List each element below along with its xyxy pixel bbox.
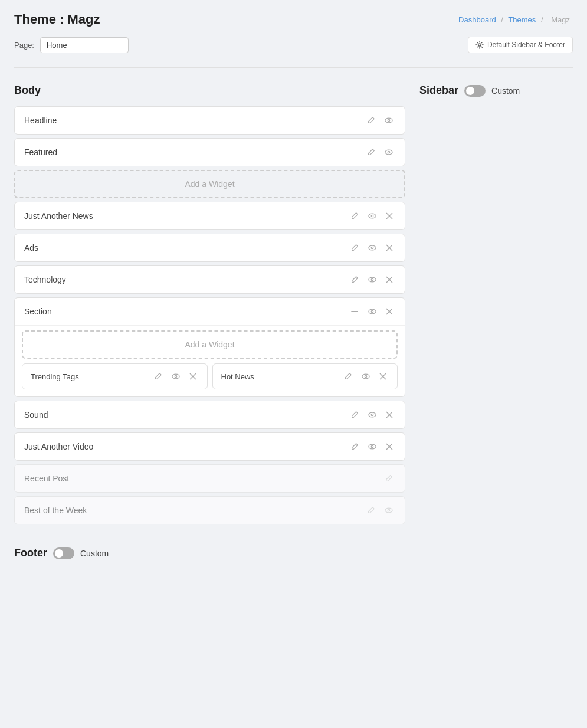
breadcrumb-dashboard[interactable]: Dashboard [458,15,496,24]
widget-jan-eye-button[interactable] [366,211,379,221]
page-select[interactable]: Home About Contact [40,37,129,53]
sub-widget-trending-close-button[interactable] [187,372,199,381]
widget-featured-edit-button[interactable] [365,147,378,158]
widget-sound-edit-button[interactable] [348,409,361,420]
widget-ads-actions [348,242,395,253]
sub-widget-hot-news-edit-button[interactable] [342,371,355,382]
sub-widget-trending-eye-button[interactable] [169,371,182,382]
sidebar-section-heading: Sidebar Custom [419,84,573,97]
widget-just-another-news: Just Another News [14,202,405,230]
widget-section: Section [14,297,405,397]
widget-section-close-button[interactable] [383,307,395,316]
svg-point-31 [371,414,373,416]
widget-jan-name: Just Another News [24,211,93,221]
widget-best-of-week-actions [365,505,395,516]
widget-jav-name: Just Another Video [24,442,93,451]
widget-section-header: Section [15,298,405,325]
widget-technology-edit-button[interactable] [348,274,361,285]
widget-recent-post-edit-button[interactable] [382,473,395,484]
sub-widget-hot-news-eye-button[interactable] [359,371,372,382]
sub-widget-trending-tags: Trending Tags [22,363,208,389]
sidebar-toggle[interactable] [464,85,486,97]
widget-recent-post-actions [382,473,395,484]
sub-widget-trending-edit-button[interactable] [152,371,165,382]
divider [14,67,573,68]
footer-toggle[interactable] [53,547,74,559]
sidebar-section: Sidebar Custom [419,84,573,528]
svg-point-3 [385,150,392,155]
sub-widget-trending-tags-name: Trending Tags [31,372,79,381]
eye-icon-featured [385,148,393,156]
widget-jav-eye-button[interactable] [366,441,379,452]
widget-best-of-week-name: Best of the Week [24,506,87,515]
svg-point-26 [362,374,369,379]
gear-icon [475,41,484,49]
svg-point-39 [388,509,390,511]
widget-ads-close-button[interactable] [383,243,395,252]
widget-technology-actions [348,274,395,285]
widget-ads: Ads [14,234,405,262]
svg-point-5 [369,214,376,218]
widget-technology-name: Technology [24,275,66,284]
widget-section-minus-button[interactable] [348,306,361,317]
widget-technology-close-button[interactable] [383,275,395,284]
sidebar-heading-label: Sidebar [419,84,458,97]
add-widget-box-top[interactable]: Add a Widget [14,170,405,198]
widget-headline-eye-button[interactable] [382,115,395,126]
widget-ads-edit-button[interactable] [348,242,361,253]
x-icon-jan [386,212,393,219]
sub-widget-hot-news-close-button[interactable] [377,372,389,381]
svg-point-35 [371,445,373,448]
body-section-heading: Body [14,84,405,97]
widget-jan-close-button[interactable] [383,211,395,221]
widget-featured-eye-button[interactable] [382,147,395,158]
svg-point-34 [369,444,376,449]
svg-point-38 [385,508,392,513]
sub-widget-trending-tags-actions [152,371,199,382]
svg-point-13 [369,277,376,282]
widget-headline-name: Headline [24,116,57,125]
widget-jav-close-button[interactable] [383,442,395,451]
minus-icon [350,307,359,316]
svg-point-0 [478,44,481,46]
widget-section-eye-button[interactable] [366,306,379,317]
svg-point-14 [371,278,373,281]
sub-widgets-row: Trending Tags [22,363,398,389]
widget-section-name: Section [24,307,52,316]
widget-best-of-week-eye-button[interactable] [382,505,395,516]
default-sidebar-footer-button[interactable]: Default Sidebar & Footer [468,37,573,53]
main-layout: Body Headline [14,84,573,528]
widget-jav-actions [348,441,395,452]
widget-ads-eye-button[interactable] [366,242,379,253]
widget-sound-eye-button[interactable] [366,409,379,420]
widget-jav-edit-button[interactable] [348,441,361,452]
svg-point-30 [369,412,376,417]
widget-recent-post-name: Recent Post [24,474,69,483]
widget-best-of-week-edit-button[interactable] [365,505,378,516]
widget-recent-post: Recent Post [14,464,405,493]
footer-heading: Footer Custom [14,547,573,559]
widget-technology-eye-button[interactable] [366,274,379,285]
widget-best-of-week: Best of the Week [14,496,405,524]
breadcrumb: Dashboard / Themes / Magz [458,15,573,24]
widget-headline-actions [365,115,395,126]
breadcrumb-themes[interactable]: Themes [508,15,536,24]
svg-point-23 [175,375,177,378]
footer-heading-label: Footer [14,547,47,559]
widget-jan-edit-button[interactable] [348,211,361,221]
eye-icon [385,116,393,124]
widget-just-another-video: Just Another Video [14,432,405,461]
widget-sound-close-button[interactable] [383,410,395,419]
pencil-icon [367,116,375,124]
add-widget-box-section[interactable]: Add a Widget [22,330,398,359]
widget-headline-edit-button[interactable] [365,115,378,126]
default-sidebar-footer-label: Default Sidebar & Footer [487,41,565,49]
svg-point-18 [369,309,376,314]
svg-point-22 [172,374,179,379]
x-icon-sound [386,411,393,418]
widget-headline: Headline [14,106,405,135]
x-icon-jav [386,443,393,450]
x-icon-section [386,308,393,315]
svg-point-19 [371,310,373,313]
widget-section-actions [348,306,395,317]
